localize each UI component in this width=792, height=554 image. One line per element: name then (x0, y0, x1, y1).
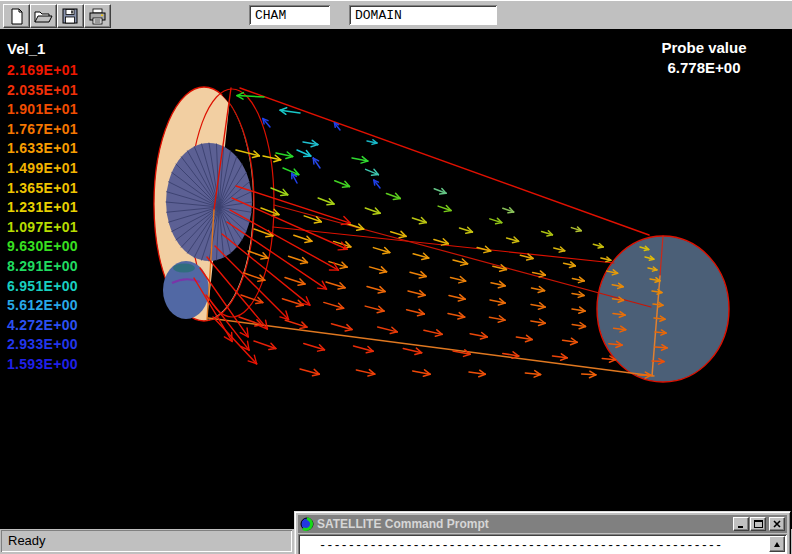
open-folder-icon (34, 8, 53, 25)
scroll-up-button[interactable] (769, 536, 785, 552)
maximize-button[interactable] (750, 517, 766, 531)
command-output: ----------------------------------------… (298, 534, 787, 554)
legend-value: 9.630E+00 (7, 237, 78, 257)
open-file-button[interactable] (30, 4, 57, 28)
legend-value: 1.901E+01 (7, 100, 78, 120)
legend-value: 8.291E+00 (7, 257, 78, 277)
legend-value: 1.633E+01 (7, 139, 78, 159)
window-title-bar[interactable]: SATELLITE Command Prompt (298, 515, 787, 533)
graphics-viewport[interactable]: Vel_1 2.169E+012.035E+011.901E+011.767E+… (0, 29, 792, 529)
save-file-button[interactable] (57, 4, 84, 28)
up-arrow-icon (774, 542, 780, 547)
close-button[interactable] (769, 517, 785, 531)
probe-label: Probe value (638, 38, 770, 58)
printer-icon (88, 8, 107, 25)
screen: { "toolbar": { "buttons": [ {"name": "ne… (0, 0, 792, 554)
legend-value: 1.499E+01 (7, 159, 78, 179)
legend-value: 2.035E+01 (7, 81, 78, 101)
new-document-icon (8, 8, 26, 25)
new-document-button[interactable] (3, 4, 30, 28)
color-legend: 2.169E+012.035E+011.901E+011.767E+011.63… (7, 61, 78, 375)
legend-value: 1.365E+01 (7, 179, 78, 199)
window-title: SATELLITE Command Prompt (317, 517, 732, 531)
cham-field[interactable] (249, 5, 330, 25)
command-output-line: ----------------------------------------… (319, 539, 722, 553)
probe-readout: Probe value 6.778E+00 (638, 38, 770, 78)
satellite-icon (300, 517, 314, 531)
legend-title: Vel_1 (7, 40, 45, 57)
minimize-button[interactable] (733, 517, 749, 531)
legend-value: 2.169E+01 (7, 61, 78, 81)
legend-value: 4.272E+00 (7, 316, 78, 336)
domain-field[interactable] (349, 5, 497, 25)
status-panel: Ready (1, 530, 292, 552)
legend-value: 2.933E+00 (7, 335, 78, 355)
legend-value: 1.593E+00 (7, 355, 78, 375)
legend-value: 1.767E+01 (7, 120, 78, 140)
probe-value: 6.778E+00 (638, 58, 770, 78)
scene-svg (0, 29, 792, 529)
satellite-command-prompt-window: SATELLITE Command Prompt ---------------… (294, 511, 791, 554)
legend-value: 1.231E+01 (7, 198, 78, 218)
status-text: Ready (8, 533, 46, 548)
legend-value: 6.951E+00 (7, 277, 78, 297)
print-button[interactable] (84, 4, 111, 28)
floppy-disk-icon (62, 8, 79, 25)
legend-value: 1.097E+01 (7, 218, 78, 238)
legend-value: 5.612E+00 (7, 296, 78, 316)
toolbar (0, 0, 792, 29)
